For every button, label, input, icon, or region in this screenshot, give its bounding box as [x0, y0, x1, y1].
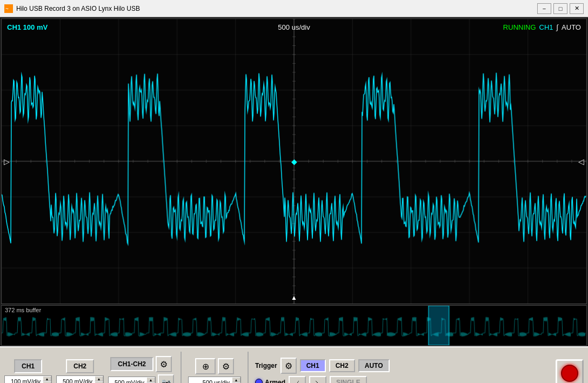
- trigger-bottom-row: Armed ⟋ ⟍ SINGLE: [255, 376, 367, 383]
- rising-slope-button[interactable]: ⟋: [289, 376, 306, 383]
- pan-button[interactable]: ⊕: [195, 358, 216, 374]
- trigger-mode-status: AUTO: [562, 23, 581, 31]
- diff-vdiv-spinner: ▲ ▼: [108, 377, 156, 383]
- ch1-vdiv-input[interactable]: [5, 377, 43, 383]
- ch2-vdiv-input[interactable]: [57, 377, 95, 383]
- title-bar: ~ Hilo USB Record 3 on ASIO Lynx Hilo US…: [0, 0, 588, 17]
- trigger-type-status: ∫: [557, 23, 559, 31]
- ch1-voltage-label: CH1 100 mV: [7, 23, 48, 31]
- ch1-group: CH1 ▲ ▼: [4, 359, 52, 383]
- buffer-display: 372 ms buffer: [1, 305, 587, 346]
- record-button[interactable]: [556, 359, 584, 383]
- divider-1: [181, 352, 182, 383]
- ch2-vdiv-up[interactable]: ▲: [95, 376, 103, 381]
- buffer-label: 372 ms buffer: [5, 307, 41, 313]
- armed-led: [255, 379, 263, 383]
- waveform-display: CH1 100 mV 500 us/div RUNNING CH1 ∫ AUTO…: [1, 18, 587, 304]
- trigger-label: Trigger: [255, 362, 277, 369]
- ch1-ch2-button[interactable]: CH1-CH2: [110, 357, 153, 371]
- app-icon: ~: [4, 4, 13, 13]
- diff-group: CH1-CH2 ⚙ ▲ ▼ 📷: [108, 356, 174, 383]
- ch1-vdiv-up[interactable]: ▲: [43, 376, 51, 381]
- window-controls: − □ ✕: [537, 3, 584, 14]
- controls-bar: CH1 ▲ ▼ CH2 ▲ ▼ CH1-CH2 ⚙: [0, 346, 588, 383]
- title-bar-left: ~ Hilo USB Record 3 on ASIO Lynx Hilo US…: [4, 4, 140, 13]
- right-trigger-arrow: ◁: [578, 157, 584, 166]
- falling-slope-button[interactable]: ⟍: [309, 376, 326, 383]
- svg-text:~: ~: [5, 6, 9, 12]
- center-crosshair: ◆: [291, 157, 297, 166]
- time-div-up[interactable]: ▲: [232, 377, 240, 382]
- minimize-button[interactable]: −: [537, 3, 551, 14]
- timebase-group: ⊕ ⚙ ▲ ▼: [188, 358, 241, 383]
- channel-status: CH1: [539, 23, 553, 31]
- armed-text: Armed: [265, 379, 285, 383]
- left-trigger-arrow: ▷: [4, 157, 10, 166]
- ch-settings-gear-button[interactable]: ⚙: [156, 356, 172, 372]
- trigger-section: Trigger ⚙ CH1 CH2 AUTO Armed ⟋ ⟍ SINGLE: [255, 358, 390, 383]
- maximize-button[interactable]: □: [553, 3, 567, 14]
- status-label: RUNNING CH1 ∫ AUTO: [503, 23, 581, 31]
- trigger-level-marker: ▲: [291, 294, 297, 301]
- time-div-label: 500 us/div: [278, 23, 310, 31]
- diff-vdiv-up[interactable]: ▲: [146, 377, 155, 382]
- trigger-top-row: Trigger ⚙ CH1 CH2 AUTO: [255, 358, 390, 374]
- armed-indicator: Armed: [255, 379, 285, 383]
- ch2-button[interactable]: CH2: [66, 359, 94, 373]
- diff-vdiv-arrows: ▲ ▼: [146, 377, 155, 383]
- ch2-vdiv-arrows: ▲ ▼: [95, 376, 103, 383]
- trigger-ch1-button[interactable]: CH1: [300, 359, 326, 372]
- close-button[interactable]: ✕: [570, 3, 584, 14]
- trigger-ch2-button[interactable]: CH2: [329, 359, 355, 372]
- ch1-vdiv-spinner: ▲ ▼: [4, 375, 52, 383]
- time-div-arrows: ▲ ▼: [232, 377, 240, 383]
- running-status: RUNNING: [503, 23, 536, 31]
- diff-vdiv-input[interactable]: [109, 378, 146, 383]
- divider-2: [248, 352, 249, 383]
- camera-button[interactable]: 📷: [158, 374, 174, 383]
- single-button[interactable]: SINGLE: [330, 376, 367, 383]
- oscilloscope-container: CH1 100 mV 500 us/div RUNNING CH1 ∫ AUTO…: [0, 17, 588, 346]
- ch1-vdiv-arrows: ▲ ▼: [43, 376, 51, 383]
- trigger-gear-button[interactable]: ⚙: [280, 358, 297, 374]
- window-title: Hilo USB Record 3 on ASIO Lynx Hilo USB: [16, 5, 140, 12]
- time-div-input[interactable]: [189, 378, 232, 383]
- timebase-gear-button[interactable]: ⚙: [218, 358, 234, 374]
- time-div-spinner: ▲ ▼: [188, 377, 241, 383]
- ch1-button[interactable]: CH1: [14, 359, 42, 373]
- record-indicator: [561, 365, 578, 382]
- trigger-auto-button[interactable]: AUTO: [358, 359, 390, 372]
- ch2-vdiv-spinner: ▲ ▼: [56, 375, 104, 383]
- ch2-group: CH2 ▲ ▼: [56, 359, 104, 383]
- buffer-canvas[interactable]: [2, 306, 586, 345]
